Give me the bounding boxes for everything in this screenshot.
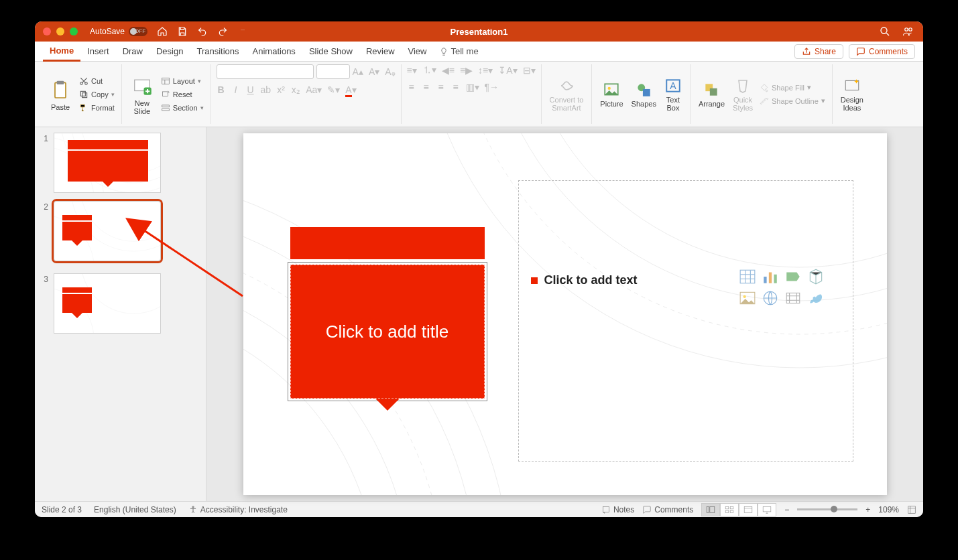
tab-animations[interactable]: Animations [246,42,302,62]
decrease-font-icon[interactable]: A▾ [369,66,379,77]
font-size-select[interactable] [316,64,350,79]
align-right-icon[interactable]: ≡ [436,82,446,92]
tab-insert[interactable]: Insert [80,42,116,62]
undo-icon[interactable] [197,26,208,37]
insert-picture-icon[interactable] [739,289,756,307]
line-spacing-icon[interactable]: ↕≡▾ [478,65,493,76]
new-slide-button[interactable]: New Slide [127,72,157,117]
insert-online-picture-icon[interactable] [762,289,779,307]
tab-review[interactable]: Review [359,42,402,62]
align-left-icon[interactable]: ≡ [407,82,416,92]
comments-status-button[interactable]: Comments [642,505,693,514]
minimize-window-button[interactable] [56,27,64,36]
slide-counter[interactable]: Slide 2 of 3 [42,505,82,514]
redo-icon[interactable] [217,26,228,37]
insert-smartart-icon[interactable] [784,268,802,285]
tab-home[interactable]: Home [43,42,80,62]
insert-chart-icon[interactable] [762,268,779,285]
align-text-icon[interactable]: ⊟▾ [523,65,536,76]
fullscreen-window-button[interactable] [70,27,78,36]
accessibility-checker[interactable]: Accessibility: Investigate [188,505,288,514]
design-ideas-button[interactable]: Design Ideas [838,76,866,113]
autosave-switch[interactable]: OFF [129,27,147,36]
quick-styles-button[interactable]: Quick Styles [730,76,756,113]
layout-button[interactable]: Layout ▾ [160,76,205,86]
shape-fill-button[interactable]: Shape Fill ▾ [758,82,827,93]
tab-design[interactable]: Design [149,42,190,62]
tab-draw[interactable]: Draw [116,42,149,62]
share-button[interactable]: Share [794,44,843,59]
cut-button[interactable]: Cut [78,76,116,86]
arrange-button[interactable]: Arrange [696,80,727,109]
content-placeholder[interactable]: Click to add text [518,180,853,462]
tell-me-search[interactable]: Tell me [439,46,479,56]
subscript-icon[interactable]: x₂ [291,84,300,95]
search-icon[interactable] [879,25,891,38]
zoom-level[interactable]: 109% [878,505,899,514]
share-people-icon[interactable] [902,25,915,38]
insert-icon-icon[interactable] [807,289,825,307]
section-button[interactable]: Section ▾ [160,102,205,113]
shape-outline-button[interactable]: Shape Outline ▾ [758,96,827,107]
close-window-button[interactable] [43,27,51,36]
autosave-toggle[interactable]: AutoSave OFF [90,27,147,36]
reading-view-button[interactable] [739,503,758,516]
slide-thumbnail-2[interactable] [54,201,161,261]
underline-icon[interactable]: U [246,84,255,95]
insert-table-icon[interactable] [739,268,756,285]
notes-button[interactable]: Notes [601,505,634,514]
tab-slide-show[interactable]: Slide Show [302,42,359,62]
tab-transitions[interactable]: Transitions [190,42,245,62]
increase-indent-icon[interactable]: ≡▶ [460,65,473,76]
more-icon[interactable] [237,26,248,37]
slide-thumbnail-panel[interactable]: 1 2 3 [35,127,206,501]
bold-icon[interactable]: B [217,84,226,95]
italic-icon[interactable]: I [231,84,241,95]
clear-formatting-icon[interactable]: Aᵩ [385,66,395,77]
decrease-indent-icon[interactable]: ◀≡ [442,65,455,76]
columns-icon[interactable]: ▥▾ [466,82,479,92]
bullets-icon[interactable]: ≡▾ [407,65,417,76]
slide-thumbnail-1[interactable] [54,133,161,193]
numbering-icon[interactable]: ⒈▾ [422,64,436,76]
convert-smartart-button[interactable]: Convert to SmartArt [547,76,587,113]
sorter-view-button[interactable] [720,503,739,516]
copy-button[interactable]: Copy ▾ [78,89,116,100]
zoom-in-button[interactable]: + [865,505,870,514]
text-direction-icon[interactable]: ↧A▾ [498,65,517,76]
shapes-button[interactable]: Shapes [629,80,659,109]
svg-point-19 [608,86,611,89]
format-painter-button[interactable]: Format [78,102,116,113]
save-icon[interactable] [177,26,188,37]
slideshow-view-button[interactable] [758,503,776,516]
title-placeholder[interactable]: Click to add title [290,227,485,399]
slide[interactable]: Click to add title Click to add text [243,133,887,495]
insert-3d-icon[interactable] [807,268,825,285]
fit-to-window-button[interactable] [907,505,916,514]
insert-video-icon[interactable] [784,289,802,307]
justify-icon[interactable]: ≡ [451,82,461,92]
tab-view[interactable]: View [402,42,434,62]
zoom-out-button[interactable]: − [784,505,789,514]
zoom-slider[interactable] [797,508,857,510]
home-icon[interactable] [157,26,168,37]
slide-thumbnail-3[interactable] [54,273,161,334]
increase-font-icon[interactable]: A▴ [353,66,363,77]
language-indicator[interactable]: English (United States) [94,505,176,514]
ltr-icon[interactable]: ¶→ [485,82,499,92]
font-color-icon[interactable]: A▾ [345,84,356,95]
strikethrough-icon[interactable]: ab [261,84,272,95]
superscript-icon[interactable]: x² [276,84,286,95]
change-case-icon[interactable]: Aa▾ [306,84,322,95]
font-family-select[interactable] [217,64,314,79]
highlight-icon[interactable]: ✎▾ [327,84,340,95]
title-text-box[interactable]: Click to add title [290,265,485,399]
slide-canvas[interactable]: Click to add title Click to add text [206,127,923,501]
normal-view-button[interactable] [701,503,720,516]
text-box-button[interactable]: A Text Box [662,76,684,113]
picture-button[interactable]: Picture [597,80,625,109]
align-center-icon[interactable]: ≡ [422,82,431,92]
comments-button[interactable]: Comments [849,44,915,59]
paste-button[interactable]: Paste [46,76,75,113]
reset-button[interactable]: Reset [160,89,205,100]
